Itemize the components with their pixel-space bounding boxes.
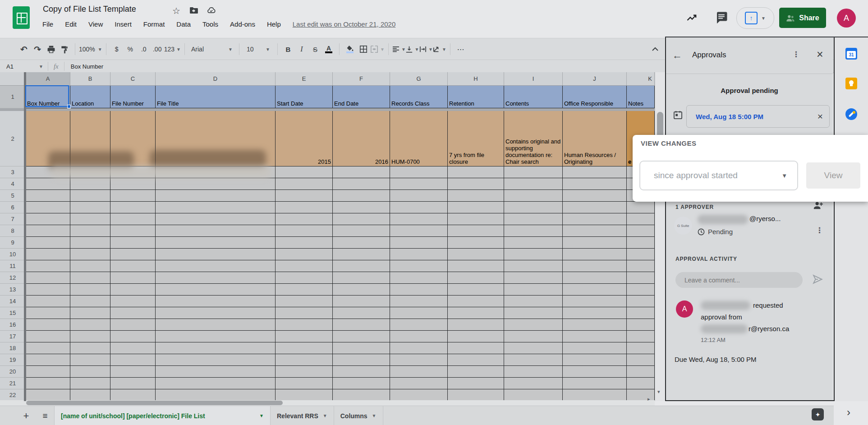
menu-edit[interactable]: Edit bbox=[62, 19, 79, 29]
calendar-icon[interactable]: 31 bbox=[845, 48, 857, 60]
cell-K11[interactable] bbox=[627, 260, 655, 272]
cell-C15[interactable] bbox=[110, 307, 156, 319]
cell-D18[interactable] bbox=[156, 342, 276, 354]
approver-kebab-icon[interactable]: ⋮ bbox=[816, 226, 823, 235]
cell-E21[interactable] bbox=[276, 378, 333, 389]
cell-A9[interactable] bbox=[26, 237, 70, 249]
cell-G7[interactable] bbox=[390, 213, 448, 225]
cell-I20[interactable] bbox=[504, 366, 563, 378]
cell-B14[interactable] bbox=[70, 296, 110, 307]
cell-A20[interactable] bbox=[26, 366, 70, 378]
cell-A18[interactable] bbox=[26, 342, 70, 354]
row-header-2[interactable]: 2 bbox=[0, 111, 26, 166]
cell-J13[interactable] bbox=[563, 284, 627, 296]
cell-C9[interactable] bbox=[110, 237, 156, 249]
cell-K7[interactable] bbox=[627, 213, 655, 225]
cell-B1[interactable]: Location bbox=[70, 86, 110, 108]
cell-G5[interactable] bbox=[390, 190, 448, 202]
column-header-B[interactable]: B bbox=[70, 72, 110, 86]
cell-F1[interactable]: End Date bbox=[333, 86, 390, 108]
tab-columns[interactable]: Columns▼ bbox=[334, 406, 383, 425]
cell-G19[interactable] bbox=[390, 354, 448, 366]
cell-D6[interactable] bbox=[156, 202, 276, 213]
cell-K13[interactable] bbox=[627, 284, 655, 296]
cell-H9[interactable] bbox=[448, 237, 504, 249]
cell-H18[interactable] bbox=[448, 342, 504, 354]
tab-relevant-rrs[interactable]: Relevant RRS▼ bbox=[271, 406, 334, 425]
scroll-right-icon[interactable]: ▸ bbox=[648, 396, 650, 402]
menu-insert[interactable]: Insert bbox=[112, 19, 134, 29]
cell-B21[interactable] bbox=[70, 378, 110, 389]
cell-I15[interactable] bbox=[504, 307, 563, 319]
format-currency-button[interactable]: $ bbox=[110, 42, 124, 56]
cell-D12[interactable] bbox=[156, 272, 276, 284]
cell-I17[interactable] bbox=[504, 331, 563, 342]
tab-file-list[interactable]: [name of unit/school] [paper/electronic]… bbox=[54, 406, 271, 425]
cell-E11[interactable] bbox=[276, 260, 333, 272]
cell-B16[interactable] bbox=[70, 319, 110, 331]
cell-F22[interactable] bbox=[333, 389, 390, 401]
sheets-logo-icon[interactable] bbox=[13, 6, 30, 29]
cell-F17[interactable] bbox=[333, 331, 390, 342]
cell-I11[interactable] bbox=[504, 260, 563, 272]
cell-D17[interactable] bbox=[156, 331, 276, 342]
borders-button[interactable] bbox=[357, 42, 370, 56]
comment-input-field[interactable] bbox=[684, 276, 794, 284]
cell-A11[interactable] bbox=[26, 260, 70, 272]
cell-K12[interactable] bbox=[627, 272, 655, 284]
font-select[interactable]: Arial▼ bbox=[188, 42, 235, 56]
cell-B20[interactable] bbox=[70, 366, 110, 378]
cell-J22[interactable] bbox=[563, 389, 627, 401]
column-header-H[interactable]: H bbox=[448, 72, 504, 86]
cell-E8[interactable] bbox=[276, 225, 333, 237]
changes-range-dropdown[interactable]: since approval started ▼ bbox=[639, 161, 798, 190]
cell-G6[interactable] bbox=[390, 202, 448, 213]
cell-I19[interactable] bbox=[504, 354, 563, 366]
cell-H10[interactable] bbox=[448, 249, 504, 260]
vertical-scrollbar[interactable]: ▾ bbox=[655, 72, 665, 401]
cell-F14[interactable] bbox=[333, 296, 390, 307]
cell-K21[interactable] bbox=[627, 378, 655, 389]
cell-G14[interactable] bbox=[390, 296, 448, 307]
cell-K16[interactable] bbox=[627, 319, 655, 331]
cell-G13[interactable] bbox=[390, 284, 448, 296]
cell-J20[interactable] bbox=[563, 366, 627, 378]
cell-F8[interactable] bbox=[333, 225, 390, 237]
cell-H14[interactable] bbox=[448, 296, 504, 307]
cell-B10[interactable] bbox=[70, 249, 110, 260]
cell-I14[interactable] bbox=[504, 296, 563, 307]
vertical-align-button[interactable]: ▼ bbox=[406, 42, 419, 56]
font-size-select[interactable]: 10▼ bbox=[243, 42, 274, 56]
due-date-chip[interactable]: Wed, Aug 18 5:00 PM × bbox=[686, 105, 830, 128]
row-header-17[interactable]: 17 bbox=[0, 331, 26, 342]
menu-data[interactable]: Data bbox=[174, 19, 193, 29]
cell-C17[interactable] bbox=[110, 331, 156, 342]
row-header-16[interactable]: 16 bbox=[0, 319, 26, 331]
scroll-down-icon[interactable]: ▾ bbox=[657, 389, 660, 395]
cell-G21[interactable] bbox=[390, 378, 448, 389]
comment-input[interactable] bbox=[675, 272, 803, 288]
due-date-remove-icon[interactable]: × bbox=[817, 111, 823, 122]
cell-A8[interactable] bbox=[26, 225, 70, 237]
present-to-meeting-button[interactable]: ↑ ▼ bbox=[736, 7, 774, 29]
cell-I8[interactable] bbox=[504, 225, 563, 237]
cell-E22[interactable] bbox=[276, 389, 333, 401]
cell-J8[interactable] bbox=[563, 225, 627, 237]
cell-I6[interactable] bbox=[504, 202, 563, 213]
row-header-5[interactable]: 5 bbox=[0, 190, 26, 202]
cell-H21[interactable] bbox=[448, 378, 504, 389]
cell-B11[interactable] bbox=[70, 260, 110, 272]
row-header-3[interactable]: 3 bbox=[0, 166, 26, 178]
redo-button[interactable]: ↷ bbox=[31, 42, 44, 56]
cell-E14[interactable] bbox=[276, 296, 333, 307]
cell-F16[interactable] bbox=[333, 319, 390, 331]
cell-K1[interactable]: Notes bbox=[627, 86, 655, 108]
cell-J17[interactable] bbox=[563, 331, 627, 342]
cell-B12[interactable] bbox=[70, 272, 110, 284]
cell-E1[interactable]: Start Date bbox=[276, 86, 333, 108]
cell-C4[interactable] bbox=[110, 178, 156, 190]
cell-F3[interactable] bbox=[333, 166, 390, 178]
menu-format[interactable]: Format bbox=[141, 19, 168, 29]
cell-J4[interactable] bbox=[563, 178, 627, 190]
cell-G10[interactable] bbox=[390, 249, 448, 260]
